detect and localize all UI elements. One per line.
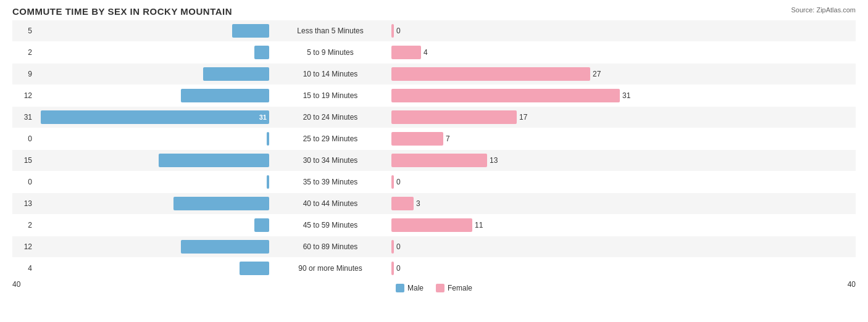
female-bar <box>391 24 394 38</box>
row-label: 10 to 14 Minutes <box>272 70 389 78</box>
left-bar-container <box>35 24 269 38</box>
left-bar-container <box>35 197 269 210</box>
female-bar <box>391 262 394 275</box>
row-label: 45 to 59 Minutes <box>272 221 389 229</box>
bar-row: 13 40 to 44 Minutes 3 <box>12 193 856 214</box>
left-section: 2 <box>12 46 272 59</box>
male-value: 0 <box>17 134 32 143</box>
female-value: 17 <box>519 113 535 122</box>
chart-container: COMMUTE TIME BY SEX IN ROCKY MOUNTAIN So… <box>0 0 868 322</box>
left-section: 0 <box>12 132 272 146</box>
female-value: 11 <box>475 221 490 229</box>
left-section: 9 <box>12 67 272 81</box>
male-bar <box>240 262 269 275</box>
bar-row: 9 10 to 14 Minutes 27 <box>12 64 856 85</box>
row-label: 40 to 44 Minutes <box>272 199 389 208</box>
axis-labels: 40 Male Female 40 <box>12 280 856 292</box>
left-section: 13 <box>12 197 272 210</box>
left-bar-container <box>35 175 269 189</box>
male-bar <box>254 218 269 232</box>
left-bar-container <box>35 67 269 81</box>
legend-female: Female <box>436 284 472 292</box>
row-label: 30 to 34 Minutes <box>272 156 389 165</box>
male-value: 2 <box>17 48 32 57</box>
axis-right: 40 <box>848 280 856 292</box>
row-label: 5 to 9 Minutes <box>272 48 389 57</box>
left-bar-container: 31 <box>35 110 269 124</box>
male-value: 5 <box>17 27 32 35</box>
male-bar: 31 <box>41 110 269 124</box>
right-section: 27 <box>389 67 648 81</box>
female-bar <box>391 197 414 210</box>
right-section: 4 <box>389 46 648 59</box>
left-bar-container <box>35 46 269 59</box>
bar-row: 31 31 20 to 24 Minutes 17 <box>12 107 856 128</box>
female-value: 3 <box>416 199 432 208</box>
left-section: 5 <box>12 24 272 38</box>
left-bar-container <box>35 132 269 146</box>
chart-title: COMMUTE TIME BY SEX IN ROCKY MOUNTAIN <box>12 6 856 17</box>
legend-male: Male <box>396 284 424 292</box>
row-label: 60 to 89 Minutes <box>272 242 389 251</box>
female-value: 0 <box>396 242 412 251</box>
right-section: 17 <box>389 110 648 124</box>
male-value: 4 <box>17 264 32 273</box>
source-text: Source: ZipAtlas.com <box>791 6 856 14</box>
female-value: 0 <box>396 264 412 273</box>
left-section: 12 <box>12 240 272 254</box>
male-value: 9 <box>17 70 32 78</box>
female-bar <box>391 89 620 102</box>
axis-left: 40 <box>12 280 20 292</box>
male-bar <box>181 89 269 102</box>
male-value: 31 <box>17 113 32 122</box>
left-bar-container <box>35 240 269 254</box>
male-value: 2 <box>17 221 32 229</box>
male-bar <box>173 197 269 210</box>
row-label: 25 to 29 Minutes <box>272 134 389 143</box>
row-label: 35 to 39 Minutes <box>272 178 389 186</box>
male-value: 15 <box>17 156 32 165</box>
male-value: 12 <box>17 91 32 100</box>
bar-row: 4 90 or more Minutes 0 <box>12 258 856 279</box>
left-section: 12 <box>12 89 272 102</box>
female-bar <box>391 218 472 232</box>
male-value: 12 <box>17 242 32 251</box>
bar-row: 2 5 to 9 Minutes 4 <box>12 42 856 63</box>
male-bar <box>203 67 269 81</box>
female-bar <box>391 240 394 254</box>
bar-row: 0 25 to 29 Minutes 7 <box>12 128 856 149</box>
male-bar <box>181 240 269 254</box>
left-section: 15 <box>12 154 272 167</box>
legend-female-label: Female <box>448 284 472 292</box>
male-bar <box>159 154 269 167</box>
male-bar-label: 31 <box>259 114 267 121</box>
left-section: 4 <box>12 262 272 275</box>
bar-row: 2 45 to 59 Minutes 11 <box>12 215 856 236</box>
bar-row: 0 35 to 39 Minutes 0 <box>12 171 856 192</box>
female-value: 0 <box>396 27 412 35</box>
bar-row: 15 30 to 34 Minutes 13 <box>12 150 856 171</box>
male-bar <box>267 175 269 189</box>
row-label: 20 to 24 Minutes <box>272 113 389 122</box>
bar-row: 5 Less than 5 Minutes 0 <box>12 20 856 41</box>
left-bar-container <box>35 89 269 102</box>
female-bar <box>391 175 394 189</box>
right-section: 13 <box>389 154 648 167</box>
male-value: 0 <box>17 178 32 186</box>
female-bar <box>391 132 443 146</box>
female-value: 27 <box>593 70 608 78</box>
male-value: 13 <box>17 199 32 208</box>
right-section: 0 <box>389 240 648 254</box>
male-bar <box>267 132 269 146</box>
female-value: 0 <box>396 178 412 186</box>
right-section: 0 <box>389 175 648 189</box>
female-value: 4 <box>424 48 439 57</box>
right-section: 3 <box>389 197 648 210</box>
female-value: 7 <box>446 134 461 143</box>
female-value: 31 <box>622 91 638 100</box>
left-section: 0 <box>12 175 272 189</box>
right-section: 31 <box>389 89 648 102</box>
right-section: 0 <box>389 24 648 38</box>
row-label: 15 to 19 Minutes <box>272 91 389 100</box>
left-bar-container <box>35 262 269 275</box>
